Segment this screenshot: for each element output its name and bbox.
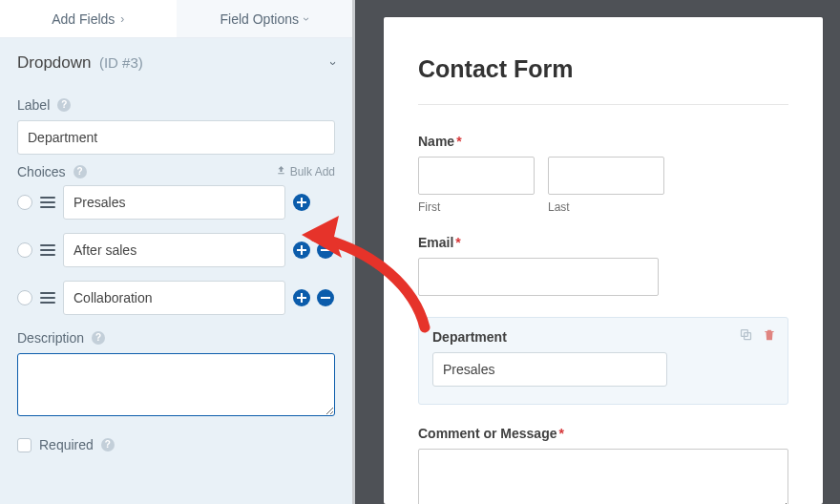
duplicate-icon[interactable] (739, 327, 753, 345)
required-checkbox[interactable] (17, 438, 32, 452)
drag-handle-icon[interactable] (40, 292, 55, 304)
help-icon[interactable]: ? (101, 438, 115, 452)
description-textarea[interactable] (17, 353, 335, 416)
help-icon[interactable]: ? (57, 98, 71, 112)
required-asterisk: * (558, 426, 563, 441)
sidebar-tabs: Add Fields › Field Options › (0, 0, 352, 38)
tab-field-options-label: Field Options (220, 11, 299, 27)
required-label: Required (39, 437, 94, 452)
choice-input[interactable] (63, 185, 285, 220)
choice-radio[interactable] (17, 290, 32, 305)
last-sublabel: Last (548, 200, 664, 214)
help-icon[interactable]: ? (92, 331, 105, 345)
remove-choice-button[interactable] (317, 242, 334, 259)
tab-field-options[interactable]: Field Options › (177, 0, 353, 37)
builder-sidebar: Add Fields › Field Options › Dropdown (I… (0, 0, 355, 504)
field-group-header[interactable]: Dropdown (ID #3) › (0, 38, 352, 88)
choices-label: Choices (17, 164, 66, 179)
add-choice-button[interactable] (293, 242, 310, 259)
tab-add-fields-label: Add Fields (52, 11, 115, 27)
label-label: Label (17, 97, 50, 113)
choice-input[interactable] (63, 233, 285, 267)
bulk-add-button[interactable]: Bulk Add (276, 165, 335, 178)
svg-rect-0 (321, 249, 330, 251)
tab-add-fields[interactable]: Add Fields › (0, 0, 177, 37)
collapse-caret-icon: › (326, 61, 340, 65)
email-label: Email (418, 235, 453, 250)
svg-rect-1 (321, 297, 330, 299)
description-label: Description (17, 330, 84, 346)
remove-choice-button[interactable] (317, 289, 334, 306)
email-input[interactable] (418, 258, 659, 296)
preview-backdrop: Contact Form Name* First Last (355, 0, 840, 504)
label-input[interactable] (17, 120, 335, 155)
comment-textarea[interactable] (418, 449, 788, 504)
preview-title: Contact Form (418, 55, 788, 83)
help-icon[interactable]: ? (74, 165, 87, 178)
choice-row (17, 233, 335, 267)
chevron-down-icon: › (300, 17, 313, 21)
choices-section: Choices ? Bulk Add (0, 155, 352, 328)
group-id: (ID #3) (99, 54, 143, 71)
preview-department-field[interactable]: Department Presales (418, 317, 788, 405)
upload-icon (276, 165, 286, 178)
name-label: Name (418, 134, 454, 149)
bulk-add-label: Bulk Add (290, 165, 335, 178)
first-name-input[interactable] (418, 157, 535, 195)
choice-row (17, 281, 335, 315)
department-label: Department (432, 329, 774, 345)
delete-icon[interactable] (763, 328, 776, 345)
group-title: Dropdown (17, 53, 92, 72)
choice-radio[interactable] (17, 242, 32, 258)
first-sublabel: First (418, 200, 535, 214)
chevron-right-icon: › (120, 12, 124, 26)
choice-row (17, 185, 335, 220)
preview-comment-field[interactable]: Comment or Message* (418, 426, 788, 504)
description-section: Description ? (0, 330, 352, 420)
required-asterisk: * (455, 235, 460, 250)
choice-radio[interactable] (17, 195, 32, 210)
last-name-input[interactable] (548, 157, 664, 195)
department-select[interactable]: Presales (432, 352, 667, 387)
choice-input[interactable] (63, 281, 285, 315)
required-row: Required ? (0, 420, 352, 452)
add-choice-button[interactable] (293, 194, 310, 211)
preview-email-field[interactable]: Email* (418, 235, 788, 296)
form-preview: Contact Form Name* First Last (384, 17, 823, 504)
label-row: Label ? (17, 97, 335, 113)
drag-handle-icon[interactable] (40, 197, 55, 208)
preview-name-field[interactable]: Name* First Last (418, 134, 788, 214)
label-section: Label ? (0, 88, 352, 155)
comment-label: Comment or Message (418, 426, 556, 441)
add-choice-button[interactable] (293, 289, 310, 306)
divider (418, 104, 788, 105)
drag-handle-icon[interactable] (40, 244, 55, 256)
required-asterisk: * (456, 134, 461, 149)
